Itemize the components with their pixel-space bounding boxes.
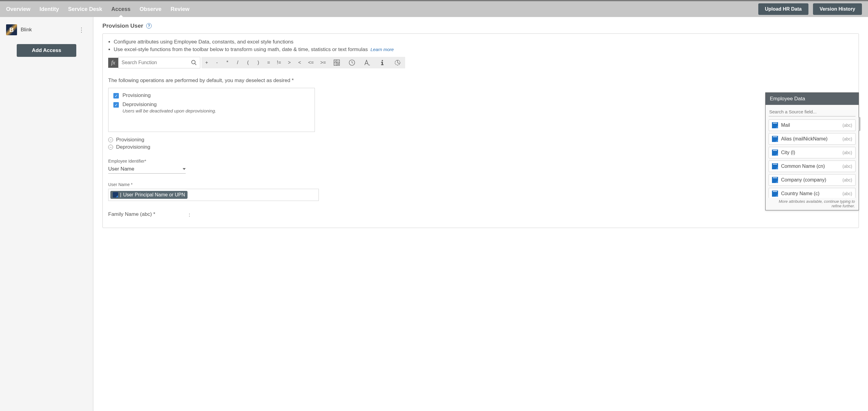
tab-service-desk[interactable]: Service Desk <box>68 2 102 17</box>
op-divide[interactable]: / <box>232 60 243 65</box>
search-function-input[interactable] <box>122 60 191 65</box>
employee-identifier-select[interactable]: User Name <box>108 165 186 174</box>
tab-overview[interactable]: Overview <box>6 2 30 17</box>
employee-identifier-value: User Name <box>108 166 134 172</box>
fx-toolbar: fx + - * / ( ) = != > < <= >= <box>108 57 853 68</box>
page-title: Provision User <box>102 23 143 29</box>
emp-item-common-name[interactable]: Common Name (cn) (abc) <box>769 160 856 172</box>
emp-item-city[interactable]: City (l) (abc) <box>769 147 856 158</box>
employee-data-header: Employee Data <box>766 93 859 105</box>
source-field-icon <box>772 163 778 169</box>
op-minus[interactable]: - <box>212 60 222 65</box>
top-nav-bar: Overview Identity Service Desk Access Ob… <box>0 0 868 17</box>
source-field-icon <box>113 192 118 198</box>
op-multiply[interactable]: * <box>222 60 232 65</box>
top-buttons: Upload HR Data Version History <box>758 3 862 15</box>
search-icon[interactable] <box>191 59 197 66</box>
deprovisioning-checkbox-label: Deprovisioning <box>122 101 157 108</box>
op-greater-than[interactable]: > <box>284 60 294 65</box>
emp-item-type: (abc) <box>842 123 852 128</box>
emp-item-type: (abc) <box>842 164 852 169</box>
op-plus[interactable]: + <box>202 60 212 65</box>
collapse-provisioning-icon[interactable]: − <box>108 138 113 142</box>
op-not-equals[interactable]: != <box>274 60 284 65</box>
family-name-label: Family Name (abc) * <box>108 211 155 217</box>
tab-observe[interactable]: Observe <box>140 2 161 17</box>
version-history-button[interactable]: Version History <box>813 3 862 15</box>
employee-identifier-label: Employee Identifier* <box>108 159 853 164</box>
sidebar: B Blink ⋮ Add Access <box>0 17 93 411</box>
collapse-deprovisioning-icon[interactable]: − <box>108 145 113 150</box>
instruction-1: Configure attributes using Employee Data… <box>114 38 853 46</box>
emp-item-label: Common Name (cn) <box>781 164 825 169</box>
op-equals[interactable]: = <box>264 60 274 65</box>
emp-item-type: (abc) <box>842 137 852 141</box>
family-name-colon: : <box>189 212 190 218</box>
employee-data-panel: Employee Data Mail (abc) Alias (mailNick… <box>765 92 859 210</box>
op-greater-equal[interactable]: >= <box>317 60 329 65</box>
provisioning-checkbox[interactable]: ✓ <box>113 93 119 98</box>
employee-data-list: Mail (abc) Alias (mailNickName) (abc) Ci… <box>769 119 856 198</box>
svg-point-0 <box>191 60 195 64</box>
fx-badge: fx <box>108 58 118 68</box>
op-right-paren[interactable]: ) <box>253 60 264 65</box>
deprovisioning-note: Users will be deactivated upon deprovisi… <box>122 108 310 113</box>
svg-point-16 <box>382 60 383 61</box>
source-field-icon <box>772 150 778 156</box>
emp-item-type: (abc) <box>842 191 852 196</box>
op-less-equal[interactable]: <= <box>305 60 317 65</box>
svg-line-13 <box>352 63 353 63</box>
instructions-list: Configure attributes using Employee Data… <box>114 38 853 53</box>
fx-search-wrap <box>118 57 200 68</box>
emp-item-label: Alias (mailNickName) <box>781 136 828 142</box>
tab-access[interactable]: Access <box>111 2 130 17</box>
help-icon[interactable]: ? <box>146 23 152 29</box>
user-name-input[interactable]: |User Principal Name or UPN <box>108 189 319 201</box>
fx-operators: + - * / ( ) = != > < <= >= <box>202 57 405 68</box>
source-field-icon <box>772 177 778 183</box>
add-access-button[interactable]: Add Access <box>17 44 76 57</box>
op-less-than[interactable]: < <box>294 60 305 65</box>
text-category-icon[interactable] <box>360 59 375 66</box>
emp-item-company[interactable]: Company (company) (abc) <box>769 174 856 186</box>
emp-item-country[interactable]: Country Name (c) (abc) <box>769 188 856 198</box>
source-field-icon <box>772 136 778 142</box>
chip-cursor: | <box>120 192 121 198</box>
emp-item-label: City (l) <box>781 150 795 155</box>
kebab-menu-icon[interactable]: ⋮ <box>76 25 87 35</box>
employee-data-search-input[interactable] <box>769 107 856 116</box>
svg-line-22 <box>398 63 399 64</box>
instruction-2: Use excel-style functions from the toolb… <box>114 46 853 54</box>
tab-identity[interactable]: Identity <box>39 2 59 17</box>
op-left-paren[interactable]: ( <box>243 60 253 65</box>
top-tabs: Overview Identity Service Desk Access Ob… <box>6 2 758 17</box>
upload-hr-data-button[interactable]: Upload HR Data <box>758 3 808 15</box>
collapse-provisioning-label: Provisioning <box>116 137 144 143</box>
emp-item-label: Company (company) <box>781 177 826 183</box>
stats-category-icon[interactable] <box>390 59 405 66</box>
svg-rect-18 <box>381 62 383 63</box>
math-category-icon[interactable] <box>329 59 344 66</box>
user-name-chip-text: User Principal Name or UPN <box>123 192 185 198</box>
instruction-2-text: Use excel-style functions from the toolb… <box>114 47 368 52</box>
source-field-icon <box>772 190 778 197</box>
emp-item-alias[interactable]: Alias (mailNickName) (abc) <box>769 133 856 145</box>
chevron-down-icon <box>183 168 186 170</box>
operations-box: ✓ Provisioning ✓ Deprovisioning Users wi… <box>108 88 315 132</box>
sidebar-app-row[interactable]: B Blink ⋮ <box>0 20 93 39</box>
deprovisioning-checkbox[interactable]: ✓ <box>113 102 119 108</box>
main-content: Provision User ? Configure attributes us… <box>93 17 868 411</box>
user-name-label: User Name * <box>108 182 853 187</box>
info-category-icon[interactable] <box>375 59 390 66</box>
content-box: Configure attributes using Employee Data… <box>102 33 859 228</box>
tab-review[interactable]: Review <box>170 2 189 17</box>
provisioning-checkbox-label: Provisioning <box>122 92 151 98</box>
learn-more-link[interactable]: Learn more <box>370 47 394 52</box>
emp-item-label: Mail <box>781 122 790 128</box>
emp-item-type: (abc) <box>842 178 852 182</box>
employee-data-footer: More attributes available, continue typi… <box>769 198 856 208</box>
user-name-chip[interactable]: |User Principal Name or UPN <box>110 191 188 199</box>
emp-item-mail[interactable]: Mail (abc) <box>769 119 856 131</box>
time-category-icon[interactable] <box>344 59 360 66</box>
scrollbar-thumb[interactable] <box>859 117 860 131</box>
